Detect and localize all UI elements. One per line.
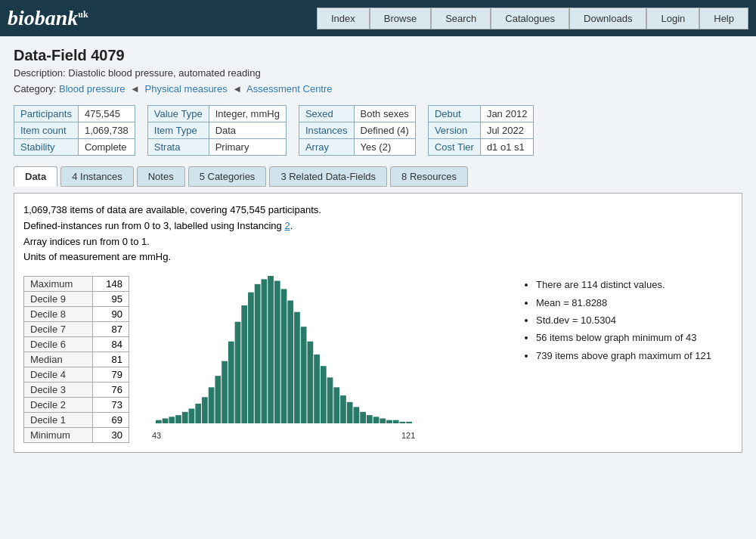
instancing-link[interactable]: 2: [284, 220, 290, 231]
bar: [321, 366, 327, 423]
bar: [340, 395, 346, 423]
bar: [347, 402, 353, 423]
description: Description: Diastolic blood pressure, a…: [14, 67, 742, 79]
bullet-list: There are 114 distinct values.Mean = 81.…: [521, 276, 733, 364]
bar: [255, 284, 261, 423]
bar: [268, 276, 274, 423]
bullet-item: 739 items above graph maximum of 121: [536, 347, 733, 364]
bar: [209, 388, 215, 424]
bar: [354, 407, 360, 424]
histogram-chart: 43 121: [144, 276, 432, 442]
info-table-4: DebutJan 2012VersionJul 2022Cost Tierd1 …: [428, 105, 534, 156]
bullet-item: There are 114 distinct values.: [536, 276, 733, 293]
stats-chart-area: Maximum148Decile 995Decile 890Decile 787…: [23, 276, 733, 443]
bar: [301, 327, 307, 423]
cat-link-assessment-centre[interactable]: Assessment Centre: [246, 83, 332, 94]
bar: [367, 415, 373, 423]
info-table-1: Participants475,545Item count1,069,738St…: [14, 105, 135, 156]
tab-instances[interactable]: 4 Instances: [60, 166, 134, 187]
bar: [294, 312, 300, 423]
bar: [406, 422, 412, 423]
category-label: Category:: [14, 83, 56, 94]
bar: [393, 420, 399, 423]
chart-container: 43 121: [144, 276, 506, 442]
header: biobankuk Index Browse Search Catalogues…: [0, 0, 756, 36]
data-summary: 1,069,738 items of data are available, c…: [23, 203, 733, 265]
bar: [308, 342, 314, 423]
page-title: Data-Field 4079: [14, 47, 742, 64]
nav-browse[interactable]: Browse: [370, 8, 431, 29]
bar: [163, 419, 169, 424]
bar: [373, 417, 380, 424]
bar: [195, 404, 201, 423]
logo-text: biobank: [8, 6, 78, 29]
x-max-label: 121: [401, 431, 415, 440]
tab-notes[interactable]: Notes: [137, 166, 185, 187]
bar: [228, 342, 234, 423]
bar: [287, 301, 293, 424]
bar: [156, 420, 162, 423]
logo: biobankuk: [8, 6, 88, 30]
x-min-label: 43: [152, 431, 161, 440]
content-area: 1,069,738 items of data are available, c…: [14, 193, 742, 453]
bar: [274, 281, 280, 424]
nav-search[interactable]: Search: [431, 8, 491, 29]
category-line: Category: Blood pressure ◄ Physical meas…: [14, 83, 742, 94]
bar: [281, 290, 287, 424]
bar: [175, 415, 181, 423]
bar: [380, 419, 386, 424]
nav-login[interactable]: Login: [646, 8, 699, 29]
cat-arrow-1: ◄: [130, 83, 140, 94]
main-content: Data-Field 4079 Description: Diastolic b…: [0, 36, 756, 539]
bar: [202, 398, 208, 424]
bullet-item: Std.dev = 10.5304: [536, 311, 733, 329]
tabs: Data 4 Instances Notes 5 Categories 3 Re…: [14, 166, 742, 187]
bar: [327, 378, 333, 424]
summary-line-4: Units of measurement are mmHg.: [23, 249, 733, 265]
nav-catalogues[interactable]: Catalogues: [491, 8, 569, 29]
bar: [400, 422, 406, 423]
bar: [222, 361, 228, 423]
tab-data[interactable]: Data: [14, 166, 57, 187]
description-label: Description:: [14, 67, 66, 79]
cat-link-physical-measures[interactable]: Physical measures: [145, 83, 228, 94]
nav: Index Browse Search Catalogues Downloads…: [317, 8, 748, 29]
bar: [241, 305, 247, 423]
bar: [235, 322, 241, 423]
bar: [169, 417, 175, 424]
bullet-item: Mean = 81.8288: [536, 294, 733, 311]
bar: [215, 376, 221, 423]
nav-index[interactable]: Index: [317, 8, 370, 29]
cat-link-blood-pressure[interactable]: Blood pressure: [59, 83, 125, 94]
summary-line-1: 1,069,738 items of data are available, c…: [23, 203, 733, 218]
info-table-3: SexedBoth sexesInstancesDefined (4)Array…: [299, 105, 416, 156]
logo-sup: uk: [78, 9, 88, 20]
nav-help[interactable]: Help: [699, 8, 748, 29]
bar: [360, 412, 366, 423]
stats-table: Maximum148Decile 995Decile 890Decile 787…: [23, 276, 129, 443]
summary-line-2: Defined-instances run from 0 to 3, label…: [23, 218, 733, 234]
description-value: Diastolic blood pressure, automated read…: [68, 67, 260, 79]
tab-related[interactable]: 3 Related Data-Fields: [269, 166, 387, 187]
info-tables: Participants475,545Item count1,069,738St…: [14, 105, 742, 156]
nav-downloads[interactable]: Downloads: [569, 8, 646, 29]
bullet-item: 56 items below graph minimum of 43: [536, 329, 733, 346]
summary-line-3: Array indices run from 0 to 1.: [23, 234, 733, 250]
bar: [182, 412, 188, 423]
info-table-2: Value TypeInteger, mmHgItem TypeDataStra…: [147, 105, 287, 156]
cat-arrow-2: ◄: [232, 83, 242, 94]
bar: [386, 420, 392, 423]
bar: [248, 293, 254, 423]
bar: [333, 388, 339, 424]
tab-categories[interactable]: 5 Categories: [188, 166, 267, 187]
bar: [189, 409, 195, 424]
bar: [314, 355, 320, 423]
bar: [261, 280, 267, 424]
tab-resources[interactable]: 8 Resources: [390, 166, 468, 187]
